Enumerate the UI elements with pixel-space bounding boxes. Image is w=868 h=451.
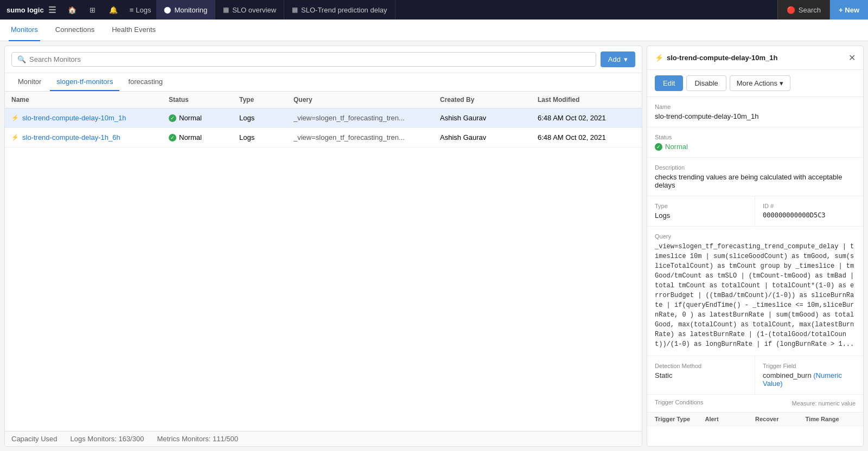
disable-button[interactable]: Disable — [686, 75, 726, 91]
detection-grid: Detection Method Static Trigger Field co… — [647, 356, 863, 395]
nav-icons: 🏠 ⊞ 🔔 ≡ Logs — [62, 0, 157, 20]
top-nav: sumo logic ☰ 🏠 ⊞ 🔔 ≡ Logs ⬤ Monitoring ▦… — [0, 0, 868, 20]
add-button[interactable]: Add ▾ — [601, 51, 635, 67]
add-chevron-icon: ▾ — [624, 55, 628, 63]
created-1: Ashish Gaurav — [440, 133, 538, 141]
dashboard-icon[interactable]: ⊞ — [83, 0, 103, 20]
table-row[interactable]: ⚡ slo-trend-compute-delay-10m_1h Normal … — [5, 108, 642, 128]
folder-tabs: Monitor slogen-tf-monitors forecasting — [5, 73, 642, 92]
th-modified: Last Modified — [538, 96, 635, 104]
type-id-grid: Type Logs ID # 000000000000D5C3 — [647, 196, 863, 227]
tab-health-events[interactable]: Health Events — [110, 20, 158, 41]
detail-status-section: Status Normal — [647, 127, 863, 158]
trigger-table-header: Trigger Type Alert Recover Time Range — [647, 413, 863, 426]
tab-slo-trend[interactable]: ▦ SLO-Trend prediction delay — [284, 0, 395, 20]
logs-nav-btn[interactable]: ≡ Logs — [124, 0, 157, 20]
main-content: 🔍 Add ▾ Monitor slogen-tf-monitors forec… — [0, 41, 868, 451]
add-label: Add — [608, 55, 621, 63]
edit-label: Edit — [663, 79, 675, 87]
tab-monitors[interactable]: Monitors — [9, 20, 40, 41]
bell-icon[interactable]: 🔔 — [104, 0, 123, 20]
nav-right: 🔴 Search + New — [777, 0, 868, 20]
trigger-field-value: combined_burn (Numeric Value) — [763, 371, 856, 388]
description-value: checks trending values are being calcula… — [655, 173, 856, 189]
id-label: ID # — [763, 203, 856, 209]
monitoring-tab-label: Monitoring — [174, 6, 207, 14]
edit-button[interactable]: Edit — [655, 75, 683, 91]
search-icon: 🔍 — [17, 55, 26, 63]
logs-label: Logs — [136, 6, 151, 14]
home-icon[interactable]: 🏠 — [62, 0, 82, 20]
left-panel: 🔍 Add ▾ Monitor slogen-tf-monitors forec… — [4, 46, 642, 447]
tab-slo-overview[interactable]: ▦ SLO overview — [215, 0, 284, 20]
sumo-logo: sumo logic ☰ — [0, 5, 62, 15]
sumo-logo-text: sumo logic — [7, 6, 44, 14]
type-section: Type Logs — [647, 196, 755, 227]
health-events-tab-label: Health Events — [112, 25, 156, 34]
name-label: Name — [655, 104, 856, 110]
slo-trend-label: SLO-Trend prediction delay — [301, 6, 387, 14]
monitor-name-0: ⚡ slo-trend-compute-delay-10m_1h — [11, 114, 169, 122]
trigger-field-label: Trigger Field — [763, 363, 856, 369]
folder-tab-forecasting[interactable]: forecasting — [122, 73, 169, 91]
description-label: Description — [655, 164, 856, 171]
modified-1: 6:48 AM Oct 02, 2021 — [538, 133, 635, 141]
status-value: Normal — [655, 143, 856, 151]
logs-icon: ≡ — [130, 6, 134, 14]
search-tab[interactable]: 🔴 Search — [777, 0, 830, 20]
search-input-wrap: 🔍 — [11, 52, 596, 67]
monitor-name-label-0: slo-trend-compute-delay-10m_1h — [22, 114, 126, 122]
right-panel-title: ⚡ slo-trend-compute-delay-10m_1h — [655, 54, 777, 62]
name-value: slo-trend-compute-delay-10m_1h — [655, 112, 856, 120]
folder-tab-monitor-label: Monitor — [18, 78, 41, 86]
normal-status-text: Normal — [665, 143, 688, 151]
connections-tab-label: Connections — [55, 25, 94, 34]
query-label: Query — [655, 233, 856, 240]
new-button-label: + New — [839, 6, 859, 14]
more-actions-button[interactable]: More Actions ▾ — [730, 75, 790, 91]
search-tab-label: Search — [799, 6, 821, 14]
tab-connections[interactable]: Connections — [53, 20, 97, 41]
type-0: Logs — [239, 114, 293, 122]
trigger-conditions-label: Trigger Conditions — [655, 399, 703, 405]
table-row[interactable]: ⚡ slo-trend-compute-delay-1h_6h Normal L… — [5, 128, 642, 147]
table-empty-space — [5, 147, 642, 431]
detection-method-value: Static — [655, 371, 747, 379]
logs-monitors-label: Logs Monitors: 163/300 — [71, 435, 144, 443]
folder-tab-slogen-label: slogen-tf-monitors — [56, 78, 113, 86]
status-label-1: Normal — [179, 133, 202, 141]
slo-overview-icon: ▦ — [223, 6, 229, 14]
folder-tab-slogen[interactable]: slogen-tf-monitors — [50, 73, 119, 91]
type-value: Logs — [655, 211, 747, 220]
right-panel-header: ⚡ slo-trend-compute-delay-10m_1h ✕ — [647, 46, 863, 70]
search-tab-icon: 🔴 — [787, 6, 795, 14]
capacity-bar: Capacity Used Logs Monitors: 163/300 Met… — [5, 431, 642, 446]
monitor-icon-0: ⚡ — [11, 114, 19, 121]
tab-monitoring[interactable]: ⬤ Monitoring — [156, 0, 215, 20]
detection-method-section: Detection Method Static — [647, 356, 755, 395]
trigger-th-time-range: Time Range — [806, 416, 856, 422]
th-type: Type — [239, 96, 293, 104]
detection-method-label: Detection Method — [655, 363, 747, 369]
th-created: Created By — [440, 96, 538, 104]
hamburger-icon[interactable]: ☰ — [48, 5, 56, 15]
detail-description-section: Description checks trending values are b… — [647, 158, 863, 196]
close-button[interactable]: ✕ — [848, 53, 856, 63]
trigger-th-type: Trigger Type — [655, 416, 705, 422]
th-status: Status — [169, 96, 239, 104]
monitor-icon-1: ⚡ — [11, 134, 19, 141]
th-query: Query — [293, 96, 440, 104]
type-1: Logs — [239, 133, 293, 141]
folder-tab-monitor[interactable]: Monitor — [11, 73, 48, 91]
new-button[interactable]: + New — [830, 0, 868, 20]
right-panel: ⚡ slo-trend-compute-delay-10m_1h ✕ Edit … — [647, 46, 864, 447]
status-badge-1: Normal — [169, 133, 239, 141]
status-badge-0: Normal — [169, 114, 239, 122]
status-dot-1 — [169, 134, 176, 141]
slo-trend-icon: ▦ — [292, 6, 298, 14]
query-value: _view=slogen_tf_forecasting_trend_comput… — [655, 242, 856, 349]
search-bar-row: 🔍 Add ▾ — [5, 46, 642, 73]
right-panel-title-text: slo-trend-compute-delay-10m_1h — [667, 54, 777, 62]
slo-overview-label: SLO overview — [232, 6, 276, 14]
search-monitors-input[interactable] — [29, 55, 590, 63]
